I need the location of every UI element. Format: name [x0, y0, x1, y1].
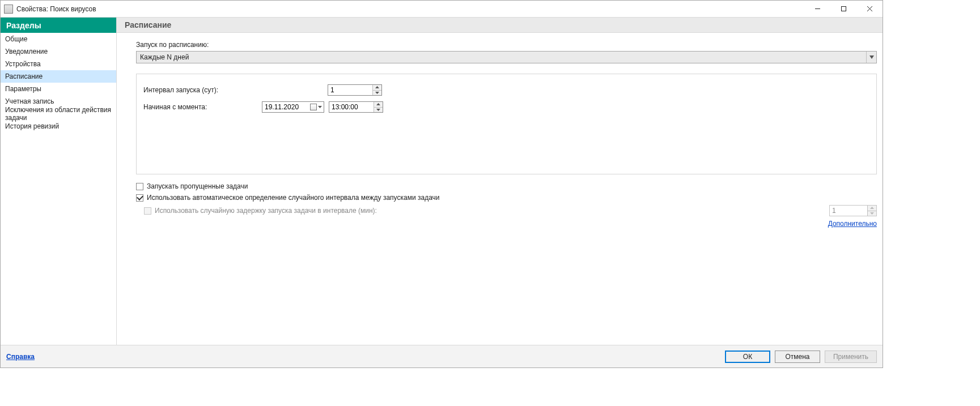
svg-marker-6 [375, 92, 379, 94]
svg-marker-7 [318, 106, 322, 108]
spin-down-icon[interactable] [373, 90, 381, 96]
schedule-type-label: Запуск по расписанию: [136, 41, 877, 49]
random-delay-checkbox [144, 207, 151, 215]
sidebar-item-notification[interactable]: Уведомление [1, 45, 116, 58]
sidebar-item-label: Исключения из области действия задачи [5, 106, 112, 122]
close-button[interactable] [856, 1, 883, 18]
advanced-link[interactable]: Дополнительно [828, 220, 877, 228]
chevron-down-icon [866, 52, 876, 63]
start-from-label: Начиная с момента: [143, 103, 262, 111]
run-missed-checkbox[interactable] [136, 183, 143, 190]
random-delay-label: Использовать случайную задержку запуска … [155, 207, 377, 215]
svg-marker-8 [376, 103, 380, 105]
sidebar-item-exclusions[interactable]: Исключения из области действия задачи [1, 108, 116, 120]
schedule-details-group: Интервал запуска (сут): Начиная с момент… [136, 74, 877, 174]
auto-random-label: Использовать автоматическое определение … [147, 194, 440, 202]
svg-marker-4 [869, 55, 874, 59]
sidebar-item-label: История ревизий [5, 122, 59, 130]
app-icon [4, 5, 13, 14]
footer: Справка ОК Отмена Применить [1, 345, 883, 367]
sidebar: Разделы Общие Уведомление Устройства Рас… [1, 18, 117, 345]
spin-up-icon[interactable] [374, 102, 383, 107]
spin-down-icon [868, 211, 876, 216]
spin-up-icon[interactable] [373, 85, 381, 90]
svg-marker-11 [870, 212, 874, 215]
window-title: Свойства: Поиск вирусов [16, 5, 96, 13]
sidebar-item-label: Устройства [5, 60, 41, 68]
sidebar-item-devices[interactable]: Устройства [1, 58, 116, 70]
auto-random-checkbox[interactable] [136, 194, 143, 202]
time-spinner[interactable] [374, 102, 383, 112]
svg-rect-1 [841, 7, 846, 11]
sidebar-item-label: Учетная запись [5, 97, 54, 105]
interval-spinner[interactable] [372, 85, 381, 95]
cancel-button[interactable]: Отмена [775, 351, 820, 363]
run-missed-label: Запускать пропущенные задачи [147, 182, 248, 190]
sidebar-item-schedule[interactable]: Расписание [1, 70, 116, 83]
date-dropdown-icon[interactable] [308, 102, 324, 112]
spin-up-icon [868, 206, 876, 211]
titlebar: Свойства: Поиск вирусов [1, 1, 883, 18]
svg-marker-9 [376, 109, 380, 111]
sidebar-item-parameters[interactable]: Параметры [1, 83, 116, 95]
ok-button[interactable]: ОК [725, 351, 770, 363]
properties-window: Свойства: Поиск вирусов Разделы Общие Ув… [0, 0, 883, 368]
help-link[interactable]: Справка [6, 353, 35, 361]
ok-label: ОК [743, 353, 752, 361]
spin-down-icon[interactable] [374, 107, 383, 113]
schedule-type-combo[interactable]: Каждые N дней [136, 51, 877, 63]
maximize-button[interactable] [830, 1, 856, 18]
main-panel: Расписание Запуск по расписанию: Каждые … [117, 18, 883, 345]
start-date-input[interactable] [262, 103, 303, 111]
start-time-stepper[interactable] [329, 101, 383, 113]
page-title: Расписание [117, 18, 883, 33]
sidebar-item-label: Параметры [5, 85, 41, 93]
sidebar-header: Разделы [1, 18, 116, 33]
apply-label: Применить [833, 353, 868, 361]
cancel-label: Отмена [785, 353, 809, 361]
svg-marker-10 [870, 207, 874, 209]
random-delay-spinner [867, 206, 876, 216]
random-delay-stepper [829, 205, 877, 216]
interval-label: Интервал запуска (сут): [143, 86, 328, 94]
interval-stepper[interactable] [328, 84, 382, 96]
calendar-icon [310, 104, 317, 110]
sidebar-item-general[interactable]: Общие [1, 33, 116, 45]
minimize-button[interactable] [804, 1, 830, 18]
sidebar-item-label: Уведомление [5, 48, 48, 55]
apply-button: Применить [825, 351, 877, 363]
start-date-picker[interactable] [262, 101, 324, 113]
svg-marker-5 [375, 86, 379, 88]
schedule-type-value: Каждые N дней [140, 53, 189, 61]
sidebar-item-revisions[interactable]: История ревизий [1, 120, 116, 133]
sidebar-item-label: Расписание [5, 72, 43, 80]
sidebar-item-label: Общие [5, 35, 27, 43]
